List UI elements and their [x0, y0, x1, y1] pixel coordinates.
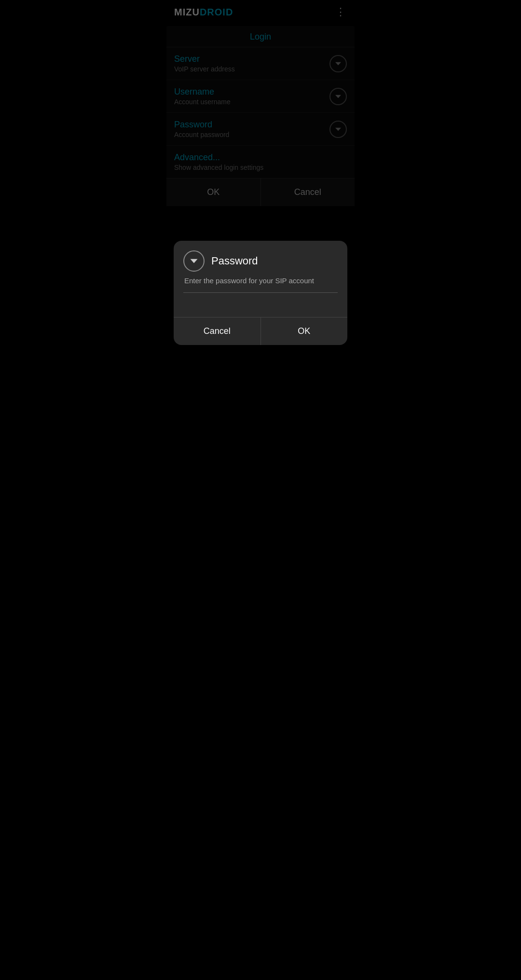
popup-input-area[interactable]: [183, 292, 338, 317]
popup-dropdown-icon: [183, 250, 205, 272]
popup-button-row: Cancel OK: [174, 317, 347, 345]
popup-cancel-button[interactable]: Cancel: [174, 317, 260, 345]
popup-title: Password: [211, 255, 258, 267]
svg-marker-3: [191, 259, 198, 263]
popup-subtitle: Enter the password for your SIP account: [183, 276, 338, 285]
overlay: Password Enter the password for your SIP…: [166, 0, 355, 355]
popup-ok-button[interactable]: OK: [261, 317, 348, 345]
popup-password-input[interactable]: [183, 299, 338, 311]
password-popup: Password Enter the password for your SIP…: [174, 241, 347, 345]
popup-header: Password: [183, 250, 338, 272]
